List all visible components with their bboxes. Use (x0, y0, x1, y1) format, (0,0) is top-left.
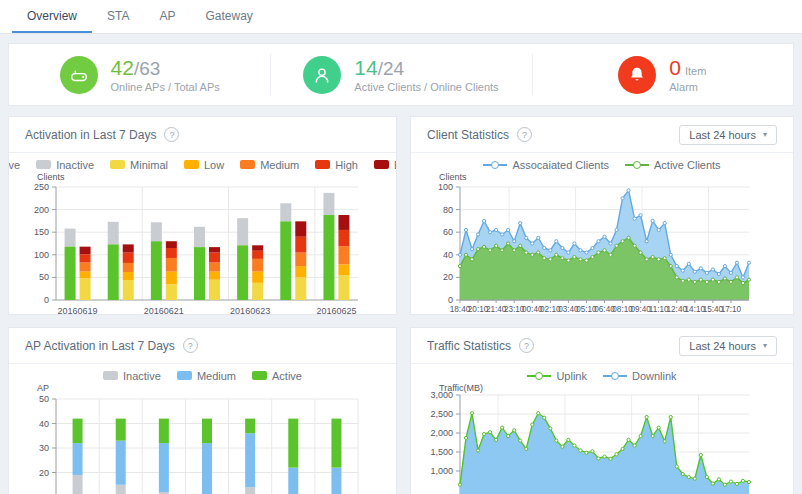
stat-label: Online APs / Total APs (111, 81, 220, 93)
svg-text:1,500: 1,500 (430, 447, 453, 457)
time-range-label: Last 24 hours (689, 129, 756, 141)
panel-title: Activation in Last 7 Days (25, 128, 156, 142)
legend-line-marker-icon (625, 160, 649, 169)
caret-down-icon: ▾ (763, 130, 767, 139)
time-range-dropdown[interactable]: Last 24 hours ▾ (679, 125, 777, 145)
legend-item-active-clients[interactable]: Active Clients (625, 159, 721, 171)
svg-text:1,000: 1,000 (430, 466, 453, 476)
svg-text:80: 80 (443, 205, 453, 215)
legend-item-low[interactable]: Low (184, 159, 224, 171)
svg-text:200: 200 (34, 205, 49, 215)
alarm-bell-icon (618, 56, 656, 94)
help-icon[interactable]: ? (517, 127, 532, 142)
panel-title: Client Statistics (427, 128, 509, 142)
svg-text:40: 40 (39, 419, 49, 429)
tab-gateway[interactable]: Gateway (190, 0, 267, 33)
stat-active-clients: 14/24 Active Clients / Online Clients (270, 44, 531, 105)
svg-text:50: 50 (39, 394, 49, 404)
panel-client-statistics: Client Statistics ? Last 24 hours ▾ Asso… (410, 116, 794, 315)
legend-item-inactive[interactable]: Inactive (36, 159, 94, 171)
legend-item-downlink[interactable]: Downlink (603, 370, 677, 382)
stat-alarm: 0Item Alarm (532, 44, 793, 105)
traffic-area-chart: Traffic(MB)1,0001,5002,0002,5003,000 (411, 382, 793, 494)
legend-item-active[interactable]: Active (8, 159, 20, 171)
legend-label: Extreme (394, 159, 397, 171)
svg-text:100: 100 (34, 250, 49, 260)
legend-label: Uplink (556, 370, 587, 382)
legend-item-active[interactable]: Active (252, 370, 302, 382)
svg-text:0: 0 (44, 295, 49, 305)
activation-bar-chart: Clients050100150200250201606192016062120… (9, 171, 396, 315)
legend-label: Inactive (123, 370, 161, 382)
legend-label: Low (204, 159, 224, 171)
legend-label: Active (8, 159, 20, 171)
summary-stats-card: 42/63 Online APs / Total APs 14/24 Activ… (8, 43, 794, 106)
panel-title: Traffic Statistics (427, 339, 511, 353)
legend-label: Downlink (632, 370, 677, 382)
legend-swatch-icon (184, 160, 199, 169)
help-icon[interactable]: ? (519, 338, 534, 353)
legend-label: Assocaiated Clients (512, 159, 609, 171)
time-range-label: Last 24 hours (689, 340, 756, 352)
chart-legend: UplinkDownlink (411, 369, 793, 382)
legend-item-inactive[interactable]: Inactive (103, 370, 161, 382)
svg-text:3,000: 3,000 (430, 390, 453, 400)
client-person-icon (303, 56, 341, 94)
svg-text:Clients: Clients (439, 172, 467, 182)
chart-legend: ActiveInactiveMinimalLowMediumHighExtrem… (9, 158, 396, 171)
svg-text:250: 250 (34, 182, 49, 192)
legend-item-high[interactable]: High (315, 159, 358, 171)
legend-swatch-icon (374, 160, 389, 169)
svg-text:40: 40 (443, 250, 453, 260)
help-icon[interactable]: ? (164, 127, 179, 142)
svg-text:150: 150 (34, 227, 49, 237)
tab-overview[interactable]: Overview (12, 0, 92, 33)
legend-swatch-icon (252, 371, 267, 380)
legend-label: Medium (197, 370, 236, 382)
svg-text:2,000: 2,000 (430, 428, 453, 438)
legend-item-extreme[interactable]: Extreme (374, 159, 397, 171)
dashboard-page: Overview STA AP Gateway 42/63 Online APs… (0, 0, 802, 494)
tab-sta[interactable]: STA (92, 0, 144, 33)
help-icon[interactable]: ? (183, 338, 198, 353)
stat-label: Alarm (669, 81, 706, 93)
panel-ap-activation: AP Activation in Last 7 Days ? InactiveM… (8, 327, 397, 494)
legend-item-uplink[interactable]: Uplink (527, 370, 587, 382)
legend-swatch-icon (240, 160, 255, 169)
svg-text:17:10: 17:10 (721, 305, 742, 314)
svg-text:20160623: 20160623 (230, 306, 270, 315)
online-clients-value: /24 (378, 59, 404, 78)
panel-traffic-statistics: Traffic Statistics ? Last 24 hours ▾ Upl… (410, 327, 794, 494)
svg-text:60: 60 (443, 227, 453, 237)
panel-activation: Activation in Last 7 Days ? ActiveInacti… (8, 116, 397, 315)
legend-label: Medium (260, 159, 299, 171)
svg-text:2,500: 2,500 (430, 409, 453, 419)
alarm-unit: Item (685, 66, 706, 77)
panel-title: AP Activation in Last 7 Days (25, 339, 175, 353)
legend-swatch-icon (103, 371, 118, 380)
chart-legend: InactiveMediumActive (9, 369, 396, 382)
legend-item-assocaiated-clients[interactable]: Assocaiated Clients (483, 159, 609, 171)
active-clients-value: 14 (354, 57, 377, 78)
svg-text:20: 20 (39, 468, 49, 478)
legend-line-marker-icon (603, 371, 627, 380)
legend-item-medium[interactable]: Medium (240, 159, 299, 171)
svg-text:50: 50 (39, 272, 49, 282)
legend-label: Minimal (130, 159, 168, 171)
svg-text:20: 20 (443, 272, 453, 282)
legend-label: Active Clients (654, 159, 721, 171)
legend-label: High (335, 159, 358, 171)
time-range-dropdown[interactable]: Last 24 hours ▾ (679, 336, 777, 356)
legend-label: Inactive (56, 159, 94, 171)
svg-text:30: 30 (39, 443, 49, 453)
legend-item-medium[interactable]: Medium (177, 370, 236, 382)
total-aps-value: /63 (134, 59, 160, 78)
client-area-chart: Clients02040608010018:4020:1021:4023:100… (411, 171, 793, 315)
tab-ap[interactable]: AP (144, 0, 190, 33)
legend-line-marker-icon (527, 371, 551, 380)
svg-text:20160625: 20160625 (316, 306, 356, 315)
legend-label: Active (272, 370, 302, 382)
stat-online-aps: 42/63 Online APs / Total APs (9, 44, 270, 105)
panels-grid: Activation in Last 7 Days ? ActiveInacti… (8, 116, 794, 494)
legend-item-minimal[interactable]: Minimal (110, 159, 168, 171)
